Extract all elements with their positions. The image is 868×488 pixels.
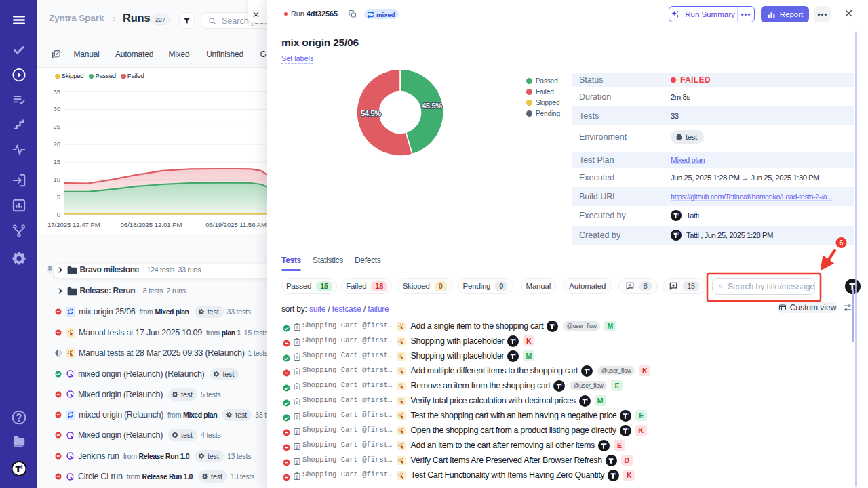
svg-text:06/19/2025 11:56 AM: 06/19/2025 11:56 AM: [205, 221, 267, 228]
svg-text:35: 35: [53, 88, 60, 96]
svg-text:15: 15: [53, 158, 60, 165]
svg-text:10: 10: [53, 176, 60, 183]
svg-text:45.5%: 45.5%: [422, 102, 442, 110]
svg-text:25: 25: [53, 123, 60, 130]
svg-text:5: 5: [57, 193, 60, 201]
svg-text:17/2025 12:47 PM: 17/2025 12:47 PM: [47, 221, 100, 228]
svg-text:20: 20: [53, 140, 60, 148]
svg-text:30: 30: [53, 105, 60, 113]
svg-text:0: 0: [57, 211, 60, 218]
svg-text:06/18/2025 12:01 PM: 06/18/2025 12:01 PM: [121, 221, 182, 228]
svg-text:54.5%: 54.5%: [361, 109, 381, 117]
